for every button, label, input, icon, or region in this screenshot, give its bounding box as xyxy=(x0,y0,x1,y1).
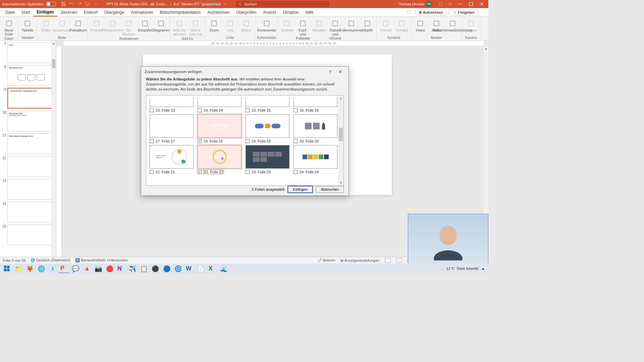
comments-icon[interactable] xyxy=(406,9,412,15)
undo-icon[interactable] xyxy=(68,1,74,7)
app-icon[interactable]: 📋 xyxy=(138,264,149,273)
user-account[interactable]: Thomas Hruska TH xyxy=(398,1,432,7)
slide-thumb[interactable]: 12 xyxy=(1,156,55,177)
save-icon[interactable] xyxy=(60,1,66,7)
einfuegen-button[interactable]: Einfügen xyxy=(288,186,312,193)
tab-bildschirmpraesentation[interactable]: Bildschirmpräsentation xyxy=(157,9,204,16)
tray-icon[interactable] xyxy=(438,1,444,7)
abbrechen-button[interactable]: Abbrechen xyxy=(316,186,344,193)
picker-item[interactable]: 19. Folie 19 xyxy=(246,114,289,143)
accessibility[interactable]: ♿ Barrierefreiheit: Untersuchen xyxy=(75,258,128,262)
scroll-down-icon[interactable]: ▾ xyxy=(338,180,343,185)
excel-icon[interactable]: X xyxy=(207,264,217,273)
tab-einfuegen[interactable]: Einfügen xyxy=(33,8,57,16)
language[interactable]: 🌐 Deutsch (Österreich) xyxy=(31,258,70,262)
ribbon-tool[interactable]: Zoom xyxy=(206,19,222,33)
onenote-icon[interactable]: N xyxy=(115,264,126,273)
tab-ansicht[interactable]: Ansicht xyxy=(260,9,279,16)
tab-datei[interactable]: Datei xyxy=(2,9,18,16)
ribbon-tool[interactable]: Bildschirmaufzeichnung xyxy=(445,19,460,33)
picker-item[interactable]: 20. Folie 20 xyxy=(293,114,337,143)
autosave-toggle[interactable]: Automatisches Speichern xyxy=(2,2,56,6)
scroll-up-icon[interactable]: ▲ xyxy=(51,41,56,46)
tab-ueberpruefen[interactable]: Überprüfen xyxy=(233,9,260,16)
ribbon-tool[interactable]: Fotoalbum xyxy=(70,19,86,33)
word-icon[interactable]: W xyxy=(184,264,195,273)
tab-uebergaenge[interactable]: Übergänge xyxy=(101,9,127,16)
slide-thumb[interactable]: 8Übergänge Zoom xyxy=(1,65,55,86)
slide-thumb[interactable]: 13 xyxy=(1,179,55,200)
scroll-handle[interactable] xyxy=(339,128,343,141)
checkbox[interactable] xyxy=(198,108,202,112)
checkbox[interactable] xyxy=(198,170,202,174)
slide-scrollbar[interactable]: ▲ ▼ xyxy=(51,41,56,265)
share-button[interactable]: Freigeben xyxy=(449,9,478,15)
checkbox[interactable] xyxy=(150,170,154,174)
record-button[interactable]: Aufzeichnen xyxy=(415,9,447,15)
slide-thumb[interactable]: 7Ende xyxy=(1,42,55,63)
outlook-icon[interactable]: 📧 xyxy=(47,264,58,273)
picker-item[interactable]: 15. Folie 15 xyxy=(246,98,289,112)
picker-item[interactable]: 17. Folie 17 xyxy=(150,114,194,143)
ribbon-tool[interactable]: Kopf- und Fußzeile xyxy=(295,19,311,41)
powerpoint-icon[interactable]: P xyxy=(58,264,69,273)
chevron-down-icon[interactable] xyxy=(222,1,228,7)
chrome-icon[interactable]: 🌐 xyxy=(36,264,46,273)
dialog-titlebar[interactable]: Zusammenfassungszoom einfügen ? ✕ xyxy=(141,67,348,77)
edge-icon[interactable]: 🌊 xyxy=(218,264,229,273)
obs-icon[interactable]: ⚫ xyxy=(150,264,160,273)
search-input[interactable]: Suchen xyxy=(236,1,329,7)
checkbox[interactable] xyxy=(150,108,154,112)
slide-thumb[interactable]: 9„Automatischer" Übergänge Zoom xyxy=(1,88,55,109)
tab-entwurf[interactable]: Entwurf xyxy=(80,9,101,16)
scroll-up-icon[interactable]: ▴ xyxy=(338,96,343,101)
explorer-icon[interactable]: 📁 xyxy=(13,264,23,273)
picker-item[interactable]: 24. Folie 24 xyxy=(293,145,337,174)
present-icon[interactable] xyxy=(85,1,91,7)
view-sorter-icon[interactable] xyxy=(396,258,402,263)
telegram-icon[interactable]: ✈️ xyxy=(127,264,138,273)
picker-item[interactable]: 16. Folie 16 xyxy=(293,98,337,112)
app-icon[interactable]: 🔵 xyxy=(161,264,172,273)
picker-item[interactable]: Meet the Team22. Folie 22 xyxy=(198,145,241,174)
slide-thumb[interactable]: 10Übergänge ZoomEinfacher geht's nicht !… xyxy=(1,111,55,131)
picker-item[interactable]: 14. Folie 14 xyxy=(198,98,241,112)
ribbon-tool[interactable]: Kommentar xyxy=(259,19,274,33)
ribbon-tool[interactable]: Diagramm xyxy=(153,19,169,33)
tab-dictation[interactable]: Dictation xyxy=(280,9,302,16)
slide-thumb[interactable]: 14 xyxy=(1,202,55,223)
dialog-scrollbar[interactable]: ▴ ▾ xyxy=(338,96,343,185)
more-icon[interactable] xyxy=(93,1,99,7)
slide-thumb[interactable]: 15 xyxy=(1,225,55,245)
minimize-button[interactable] xyxy=(455,0,465,8)
tab-start[interactable]: Start xyxy=(18,9,33,16)
chevron-down-icon[interactable] xyxy=(479,9,485,15)
picker-item[interactable]: 23. Folie 23 xyxy=(246,145,289,174)
ribbon-tool[interactable]: Tabelle xyxy=(20,19,35,33)
ribbon-tool[interactable]: Objekt xyxy=(360,19,375,33)
tab-zeichnen[interactable]: Zeichnen xyxy=(57,9,80,16)
picker-item[interactable]: 13. Folie 13 xyxy=(150,98,194,112)
checkbox[interactable] xyxy=(246,170,250,174)
slide-panel[interactable]: 7Ende8Übergänge Zoom9„Automatischer" Übe… xyxy=(0,41,56,265)
checkbox[interactable] xyxy=(246,108,250,112)
tab-aufzeichnen[interactable]: Aufzeichnen xyxy=(204,9,233,16)
tray-icon-2[interactable] xyxy=(447,1,453,7)
ribbon-tool[interactable]: Neue Folie xyxy=(1,19,17,37)
scroll-handle[interactable] xyxy=(52,59,55,68)
view-normal-icon[interactable] xyxy=(385,258,391,263)
checkbox[interactable] xyxy=(150,139,154,143)
slide-thumb[interactable]: 11Mehrstufige Übergänge Zoom xyxy=(1,133,55,154)
maximize-button[interactable] xyxy=(466,0,476,8)
ribbon-tool[interactable]: Foliennummer xyxy=(343,19,359,33)
ribbon-tool[interactable]: SmartArt xyxy=(137,19,153,33)
help-button[interactable]: ? xyxy=(325,67,335,77)
checkbox[interactable] xyxy=(246,139,250,143)
checkbox[interactable] xyxy=(293,139,298,143)
close-button[interactable]: ✕ xyxy=(335,67,345,77)
app-icon[interactable]: 🔴 xyxy=(104,264,115,273)
slide-position[interactable]: Folie 9 von 55 xyxy=(3,258,26,262)
start-button[interactable] xyxy=(1,264,12,273)
toggle-off-icon[interactable] xyxy=(46,2,56,6)
app-icon[interactable]: 📄 xyxy=(195,264,206,273)
